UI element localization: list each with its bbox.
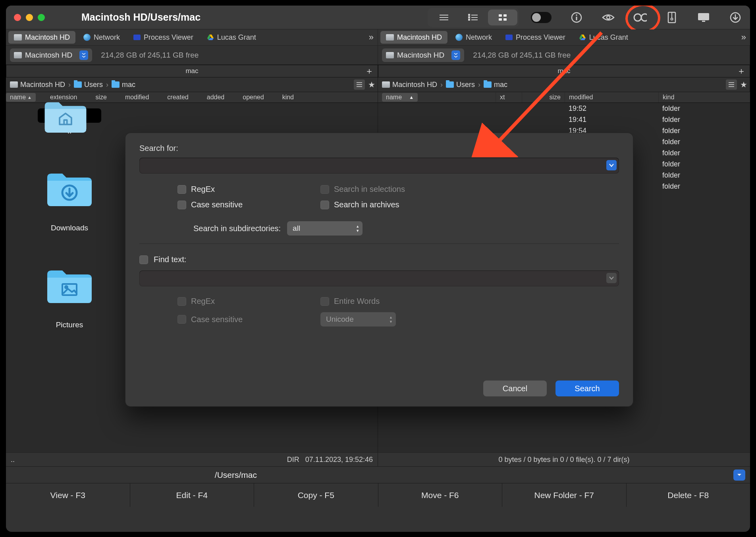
find-text-options: RegEx Entire Words Case sensitive Unicod… (177, 297, 619, 326)
fkey-view[interactable]: View - F3 (6, 483, 130, 507)
tabs-overflow-r[interactable]: » (741, 32, 746, 42)
drive-icon (386, 34, 394, 41)
breadcrumb-seg[interactable]: Users (446, 81, 475, 89)
path-picker[interactable] (733, 469, 745, 481)
search-options: RegEx Search in selections Case sensitiv… (177, 185, 619, 209)
chk-search-archives[interactable]: Search in archives (320, 200, 463, 209)
checkbox-icon (320, 201, 329, 209)
col-modified-r[interactable]: modified (565, 92, 658, 102)
tab-title-right[interactable]: mac＋ (378, 65, 750, 77)
tab-title-left[interactable]: mac＋ (6, 65, 378, 77)
tab-network[interactable]: Network (78, 31, 125, 44)
breadcrumb-seg[interactable]: Macintosh HD (10, 81, 65, 89)
item-pictures[interactable]: Pictures (38, 253, 101, 329)
app-icon (505, 35, 513, 40)
svg-rect-8 (469, 19, 470, 20)
drive-icon (382, 81, 390, 88)
search-for-label: Search for: (139, 144, 619, 153)
fkey-move[interactable]: Move - F6 (378, 483, 503, 507)
view-columns[interactable] (459, 10, 488, 25)
col-modified[interactable]: modified (121, 94, 153, 101)
tab-process-viewer-r[interactable]: Process Viewer (500, 31, 571, 44)
col-opened[interactable]: opened (239, 94, 268, 101)
app-window: Macintosh HD/Users/mac Macintosh HD Netw… (6, 6, 750, 532)
fkey-copy[interactable]: Copy - F5 (254, 483, 378, 507)
encoding-select: Unicode▲▼ (320, 312, 396, 326)
subdirs-label: Search in subdirectories: (193, 224, 281, 233)
path-text[interactable]: /Users/mac (11, 470, 257, 480)
fkey-delete[interactable]: Delete - F8 (627, 483, 750, 507)
item-parent[interactable]: .. (38, 108, 101, 135)
tab-network-r[interactable]: Network (450, 31, 498, 44)
add-tab-right[interactable]: ＋ (737, 65, 746, 77)
col-name[interactable]: name▲ (6, 93, 36, 102)
download-icon[interactable] (729, 11, 742, 24)
folder-icon (446, 81, 454, 88)
list-item[interactable]: 19:52folder (378, 103, 750, 114)
svg-point-18 (641, 14, 647, 21)
checkbox-icon (177, 315, 186, 324)
col-added[interactable]: added (203, 94, 229, 101)
chk-case-sensitive[interactable]: Case sensitive (177, 200, 320, 209)
tab-lucas-grant[interactable]: Lucas Grant (201, 31, 262, 44)
breadcrumb-right: Macintosh HD › Users › mac ★ (378, 77, 750, 92)
favorite-right[interactable]: ★ (740, 80, 747, 89)
tab-process-viewer[interactable]: Process Viewer (128, 31, 199, 44)
close-window[interactable] (14, 14, 21, 21)
tab-macintosh-hd-r[interactable]: Macintosh HD (380, 31, 447, 44)
svg-rect-11 (499, 18, 502, 21)
checkbox-icon (320, 297, 329, 306)
breadcrumb-seg[interactable]: mac (112, 81, 135, 89)
archive-icon[interactable] (665, 11, 679, 24)
search-icon[interactable] (633, 11, 647, 24)
breadcrumb-seg[interactable]: mac (484, 81, 507, 89)
item-downloads[interactable]: Downloads (38, 156, 101, 232)
col-ext-r[interactable]: xt (496, 92, 522, 102)
view-list[interactable] (429, 10, 459, 25)
add-tab-left[interactable]: ＋ (365, 65, 374, 77)
tabs-overflow[interactable]: » (369, 32, 374, 42)
breadcrumb-seg[interactable]: Users (74, 81, 103, 89)
svg-rect-9 (499, 14, 502, 17)
search-history-dropdown[interactable] (606, 160, 617, 170)
tab-lucas-grant-r[interactable]: Lucas Grant (573, 31, 634, 44)
window-title: Macintosh HD/Users/mac (81, 12, 201, 23)
col-size-r[interactable]: size (522, 92, 565, 102)
breadcrumb-seg[interactable]: Macintosh HD (382, 81, 437, 89)
subdirs-select[interactable]: all▲▼ (287, 221, 363, 236)
cancel-button[interactable]: Cancel (483, 381, 547, 396)
drive-select-left[interactable]: Macintosh HD (10, 48, 92, 62)
search-button[interactable]: Search (555, 381, 619, 396)
titlebar: Macintosh HD/Users/mac (6, 6, 750, 29)
drive-icon (386, 52, 394, 58)
dark-mode-toggle[interactable] (531, 12, 552, 23)
list-toggle-left[interactable] (354, 79, 365, 90)
minimize-window[interactable] (26, 14, 33, 21)
info-icon[interactable] (570, 11, 583, 24)
view-icons[interactable] (488, 10, 517, 25)
zoom-window[interactable] (38, 14, 45, 21)
list-item[interactable]: 19:41folder (378, 114, 750, 125)
panel-tabs: Macintosh HD Network Process Viewer Luca… (6, 29, 750, 46)
list-toggle-right[interactable] (726, 79, 737, 90)
col-size[interactable]: size (91, 94, 110, 101)
col-kind[interactable]: kind (278, 94, 298, 101)
col-kind-r[interactable]: kind (658, 92, 750, 102)
status-left: .. DIR 07.11.2023, 19:52:46 (6, 453, 378, 466)
checkbox-icon (320, 185, 329, 194)
favorite-left[interactable]: ★ (368, 80, 375, 89)
desktop-icon[interactable] (697, 11, 710, 24)
search-input[interactable] (139, 158, 619, 174)
chk-regex[interactable]: RegEx (177, 185, 320, 194)
fkey-newfolder[interactable]: New Folder - F7 (502, 483, 627, 507)
col-created[interactable]: created (163, 94, 192, 101)
breadcrumb-rows: Macintosh HD › Users › mac ★ Macintosh H… (6, 77, 750, 92)
quicklook-icon[interactable] (602, 11, 615, 24)
fkey-edit[interactable]: Edit - F4 (130, 483, 255, 507)
folder-pictures-icon (38, 253, 101, 317)
drive-select-right[interactable]: Macintosh HD (382, 48, 464, 62)
col-name-r[interactable]: name▲ (378, 92, 496, 102)
subdirs-row: Search in subdirectories: all▲▼ (193, 221, 619, 236)
tab-macintosh-hd[interactable]: Macintosh HD (8, 31, 75, 44)
find-text-row[interactable]: Find text: (139, 255, 619, 264)
